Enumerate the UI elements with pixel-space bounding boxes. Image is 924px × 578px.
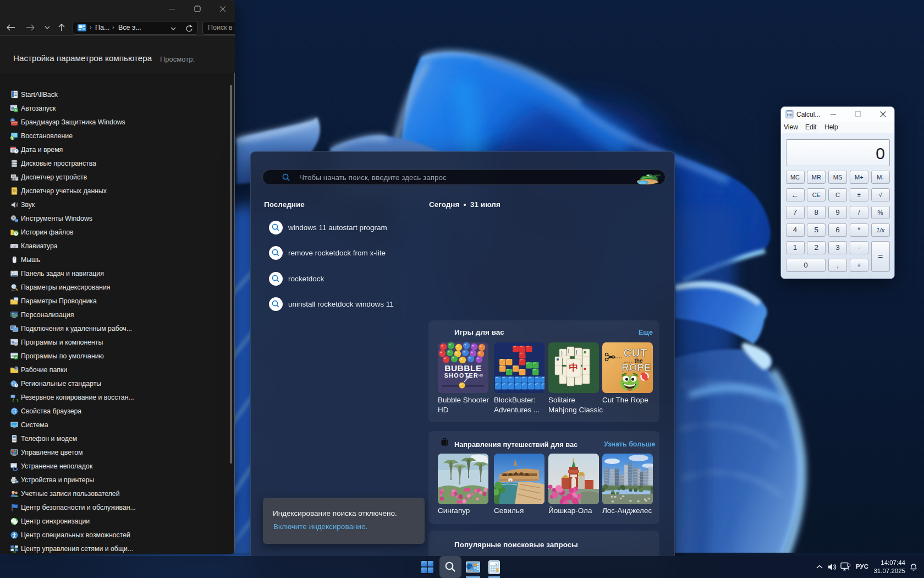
svg-text:HD: HD [479,374,483,377]
svg-text:SHOOTER: SHOOTER [444,372,479,379]
svg-text:中: 中 [569,362,579,373]
svg-text:ROPE: ROPE [622,362,651,373]
svg-text:CUT: CUT [623,346,647,359]
svg-text:BUBBLE: BUBBLE [444,363,482,373]
